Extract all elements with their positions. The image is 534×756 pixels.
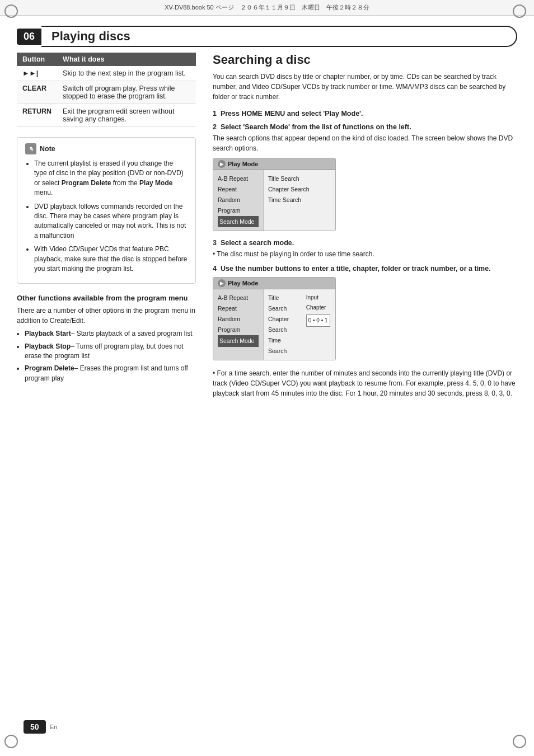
- step-1-heading: 1 Press HOME MENU and select 'Play Mode'…: [213, 110, 517, 118]
- screen-left-item: A-B Repeat: [218, 173, 259, 184]
- button-name: RETURN: [17, 104, 57, 127]
- list-item: Program Delete– Erases the program list …: [25, 364, 196, 383]
- screen-left-item: Program: [218, 205, 259, 216]
- chapter-header: 06 Playing discs: [17, 26, 517, 47]
- step-2-heading: 2 Select 'Search Mode' from the list of …: [213, 123, 517, 131]
- screen-left-item: Random: [218, 195, 259, 205]
- screen-right-item: Title Search: [268, 293, 298, 314]
- screen-left-item: A-B Repeat: [218, 293, 259, 303]
- chapter-number: 06: [17, 29, 41, 45]
- search-intro: You can search DVD discs by title or cha…: [213, 72, 517, 102]
- screen-left-item: Search Mode: [218, 216, 259, 228]
- page-number: 50: [24, 720, 46, 734]
- main-content: Button What it does ►►|Skip to the next …: [17, 53, 517, 404]
- step-3-text: • The disc must be playing in order to u…: [213, 249, 517, 259]
- note-item: With Video CD/Super VCDs that feature PB…: [34, 245, 188, 274]
- note-item: DVD playback follows commands recorded o…: [34, 202, 188, 241]
- screen1-right: Title SearchChapter SearchTime Search: [264, 170, 335, 231]
- right-column: Searching a disc You can search DVD disc…: [213, 53, 517, 404]
- screen1-left: A-B RepeatRepeatRandomProgramSearch Mode: [213, 170, 264, 231]
- other-functions-heading: Other functions available from the progr…: [17, 294, 196, 302]
- step-4: 4 Use the number buttons to enter a titl…: [213, 265, 517, 398]
- corner-mark-tl: [4, 4, 21, 21]
- screen-right-item: Title Search: [268, 173, 331, 184]
- button-name: ►►|: [17, 66, 57, 81]
- screen-left-item: Search Mode: [218, 335, 259, 347]
- button-name: CLEAR: [17, 81, 57, 104]
- left-column: Button What it does ►►|Skip to the next …: [17, 53, 196, 404]
- screen-left-item: Repeat: [218, 303, 259, 314]
- button-desc: Exit the program edit screen without sav…: [57, 104, 196, 127]
- list-item: Playback Start– Starts playback of a sav…: [25, 329, 196, 339]
- other-functions-section: Other functions available from the progr…: [17, 294, 196, 383]
- note-item: The current playlist is erased if you ch…: [34, 159, 188, 198]
- file-info: XV-DV88.book 50 ページ ２０６年１１月９日 木曜日 午後２時２８…: [165, 4, 369, 11]
- input-value-box: 0 • 0 • 1: [306, 314, 330, 327]
- screen-right-item: Time Search: [268, 195, 331, 205]
- list-item: Playback Stop– Turns off program play, b…: [25, 342, 196, 361]
- screen2-title: Play Mode: [228, 280, 258, 287]
- play-mode-screen-1: ▶ Play Mode A-B RepeatRepeatRandomProgra…: [213, 158, 336, 231]
- screen1-icon: ▶: [218, 160, 226, 168]
- screen-right-item: Chapter Search: [268, 184, 331, 195]
- header-bar: XV-DV88.book 50 ページ ２０６年１１月９日 木曜日 午後２時２８…: [0, 0, 534, 16]
- table-row: ►►|Skip to the next step in the program …: [17, 66, 196, 81]
- screen-right-item: Time Search: [268, 335, 298, 356]
- table-row: RETURNExit the program edit screen witho…: [17, 104, 196, 127]
- table-col-desc: What it does: [57, 53, 196, 66]
- step-3-heading: 3 Select a search mode.: [213, 239, 517, 247]
- table-col-button: Button: [17, 53, 57, 66]
- other-functions-list: Playback Start– Starts playback of a sav…: [17, 329, 196, 383]
- input-label: Input Chapter: [306, 293, 331, 313]
- corner-mark-tr: [513, 4, 530, 21]
- table-row: CLEARSwitch off program play. Press whil…: [17, 81, 196, 104]
- chapter-title: Playing discs: [41, 26, 517, 47]
- note-header: ✎ Note: [25, 143, 188, 154]
- footer: 50 En: [24, 720, 57, 734]
- corner-mark-br: [513, 735, 530, 752]
- screen-right-item: Chapter Search: [268, 314, 298, 335]
- screen2-icon: ▶: [218, 279, 226, 287]
- button-desc: Switch off program play. Press while sto…: [57, 81, 196, 104]
- play-mode-screen-2: ▶ Play Mode A-B RepeatRepeatRandomProgra…: [213, 277, 336, 360]
- step-1: 1 Press HOME MENU and select 'Play Mode'…: [213, 110, 517, 118]
- time-search-note: • For a time search, enter the number of…: [213, 368, 517, 398]
- screen-left-item: Repeat: [218, 184, 259, 195]
- step-3: 3 Select a search mode. • The disc must …: [213, 239, 517, 259]
- step-2-text: The search options that appear depend on…: [213, 133, 517, 153]
- page-lang: En: [50, 724, 57, 730]
- screen2-left: A-B RepeatRepeatRandomProgramSearch Mode: [213, 289, 264, 359]
- button-table: Button What it does ►►|Skip to the next …: [17, 53, 196, 127]
- screen2-right-items: Title SearchChapter SearchTime Search: [268, 293, 298, 356]
- step-2: 2 Select 'Search Mode' from the list of …: [213, 123, 517, 231]
- corner-mark-bl: [4, 735, 21, 752]
- note-icon: ✎: [25, 143, 36, 154]
- search-title: Searching a disc: [213, 53, 517, 67]
- screen1-body: A-B RepeatRepeatRandomProgramSearch Mode…: [213, 170, 335, 231]
- other-functions-intro: There are a number of other options in t…: [17, 306, 196, 326]
- screen2-body: A-B RepeatRepeatRandomProgramSearch Mode…: [213, 289, 335, 359]
- button-desc: Skip to the next step in the program lis…: [57, 66, 196, 81]
- screen-left-item: Random: [218, 314, 259, 325]
- screen2-right: Title SearchChapter SearchTime SearchInp…: [264, 289, 335, 359]
- note-box: ✎ Note The current playlist is erased if…: [17, 137, 196, 284]
- screen1-title: Play Mode: [228, 161, 258, 167]
- note-label: Note: [40, 145, 55, 153]
- step-4-heading: 4 Use the number buttons to enter a titl…: [213, 265, 517, 273]
- screen2-titlebar: ▶ Play Mode: [213, 278, 335, 289]
- note-list: The current playlist is erased if you ch…: [25, 159, 188, 274]
- screen1-titlebar: ▶ Play Mode: [213, 158, 335, 170]
- screen-left-item: Program: [218, 325, 259, 335]
